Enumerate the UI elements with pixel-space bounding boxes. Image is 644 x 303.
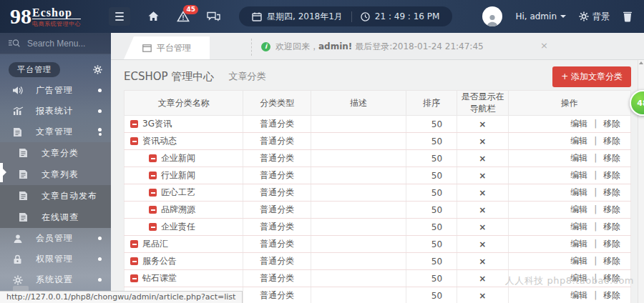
category-type: 普通分类: [243, 270, 311, 287]
remove-link[interactable]: 移除: [603, 153, 620, 163]
nav-flag-cross[interactable]: ×: [479, 291, 486, 301]
remove-link[interactable]: 移除: [603, 187, 620, 197]
collapse-icon[interactable]: [149, 206, 157, 214]
remove-link[interactable]: 移除: [603, 290, 620, 300]
remove-link[interactable]: 移除: [603, 119, 620, 129]
remove-link[interactable]: 移除: [603, 239, 620, 249]
table-row: 资讯动态 普通分类 50 × 编辑 | 移除: [125, 133, 631, 150]
col-operations: 操作: [508, 91, 630, 116]
bullet-icon: [98, 109, 102, 113]
table-row: 行业新闻 普通分类 50 × 编辑 | 移除: [125, 167, 631, 184]
add-category-button[interactable]: + 添加文章分类: [552, 66, 631, 87]
remove-link[interactable]: 移除: [603, 170, 620, 180]
category-type: 普通分类: [243, 253, 311, 270]
tab-platform-management[interactable]: 平台管理: [124, 36, 210, 59]
category-name: 资讯动态: [142, 135, 177, 147]
edit-link[interactable]: 编辑: [570, 290, 587, 300]
info-icon: i: [261, 42, 270, 51]
search-input[interactable]: [27, 39, 99, 49]
collapse-icon[interactable]: [130, 120, 138, 128]
file-icon: [13, 127, 24, 137]
edit-link[interactable]: 编辑: [570, 256, 587, 266]
remove-link[interactable]: 移除: [603, 204, 620, 214]
remove-link[interactable]: 移除: [603, 273, 620, 283]
collapse-icon[interactable]: [130, 240, 138, 248]
col-sort: 排序: [406, 91, 457, 116]
sidebar-item-3[interactable]: 文章分类: [0, 142, 111, 164]
remove-link[interactable]: 移除: [603, 136, 620, 146]
sidebar-item-7[interactable]: 会员管理: [0, 228, 111, 249]
skin-setting[interactable]: 背景: [579, 11, 610, 23]
edit-link[interactable]: 编辑: [570, 119, 587, 129]
collapse-icon[interactable]: [130, 274, 138, 282]
nav-flag-cross[interactable]: ×: [479, 171, 486, 181]
nav-flag-cross[interactable]: ×: [479, 119, 486, 129]
status-url-tooltip: http://127.0.0.1/php8/chongwu/admin/arti…: [0, 291, 243, 303]
user-menu[interactable]: Hi, admin: [515, 11, 566, 21]
remove-link[interactable]: 移除: [603, 256, 620, 266]
sidebar-item-5[interactable]: 文章自动发布: [0, 185, 111, 207]
category-name: 服务公告: [142, 255, 177, 267]
lock-icon: [13, 254, 24, 264]
nav-flag-cross[interactable]: ×: [479, 205, 486, 215]
edit-link[interactable]: 编辑: [570, 187, 587, 197]
category-description: [311, 219, 406, 236]
collapse-icon[interactable]: [130, 257, 138, 265]
edit-link[interactable]: 编辑: [570, 222, 587, 232]
sidebar-section-badge: 平台管理: [9, 62, 60, 77]
collapse-icon[interactable]: [149, 223, 157, 231]
nav-flag-cross[interactable]: ×: [479, 222, 486, 232]
file-icon: [19, 148, 30, 158]
category-name: 匠心工艺: [161, 187, 195, 199]
category-name: 行业新闻: [161, 169, 195, 182]
close-icon[interactable]: ×: [540, 41, 548, 51]
sidebar-item-6[interactable]: 在线调查: [0, 207, 111, 228]
clock-icon: [361, 12, 370, 21]
nav-flag-cross[interactable]: ×: [479, 136, 486, 146]
table-row: 尾品汇 普通分类 50 × 编辑 | 移除: [125, 236, 631, 253]
alerts-icon[interactable]: 45: [177, 11, 190, 22]
logo-number: 98: [10, 4, 31, 29]
section-gear-icon[interactable]: [93, 65, 102, 74]
sidebar-item-0[interactable]: 广告管理: [0, 80, 111, 101]
edit-link[interactable]: 编辑: [570, 153, 587, 163]
home-icon[interactable]: [147, 11, 160, 22]
edit-link[interactable]: 编辑: [570, 136, 587, 146]
sidebar-toggle-button[interactable]: [109, 7, 130, 26]
nav-flag-cross[interactable]: ×: [479, 239, 486, 249]
table-row: 服务公告 普通分类 50 × 编辑 | 移除: [125, 253, 631, 270]
topbar: 98 Ecshop 电商系统管理中心 45 星期四, 2018年1月: [0, 0, 644, 33]
sidebar-item-2[interactable]: 文章管理: [0, 121, 111, 142]
trash-icon[interactable]: [623, 11, 633, 22]
nav-flag-cross[interactable]: ×: [479, 274, 486, 284]
table-header-row: 文章分类名称 分类类型 描述 排序 是否显示在导航栏 操作: [125, 91, 631, 116]
sidebar-item-8[interactable]: 权限管理: [0, 249, 111, 269]
user-avatar[interactable]: [482, 6, 502, 26]
category-description: [311, 167, 406, 184]
last-login: 最后登录:2018-01-24 21:47:45: [355, 41, 484, 51]
datetime-widget: 星期四, 2018年1月 21 : 49 : 16 PM: [239, 6, 452, 26]
edit-link[interactable]: 编辑: [570, 239, 587, 249]
nav-flag-cross[interactable]: ×: [479, 257, 486, 267]
collapse-icon[interactable]: [149, 172, 157, 179]
sort-value: 50: [406, 236, 457, 253]
messages-icon[interactable]: [207, 11, 220, 22]
collapse-icon[interactable]: [149, 189, 157, 197]
edit-link[interactable]: 编辑: [570, 170, 587, 180]
sidebar-item-4[interactable]: 文章列表: [0, 164, 111, 185]
sort-value: 50: [406, 150, 457, 167]
gear-icon: [13, 275, 24, 285]
edit-link[interactable]: 编辑: [570, 204, 587, 214]
category-description: [311, 116, 406, 133]
remove-link[interactable]: 移除: [603, 222, 620, 232]
chevron-down-icon: [560, 15, 566, 18]
sidebar-item-1[interactable]: 报表统计: [0, 101, 111, 121]
col-description: 描述: [311, 91, 406, 116]
edit-link[interactable]: 编辑: [570, 273, 587, 283]
collapse-icon[interactable]: [130, 137, 138, 145]
collapse-icon[interactable]: [149, 154, 157, 162]
nav-flag-cross[interactable]: ×: [479, 188, 486, 198]
bullet-icon: [98, 278, 102, 282]
category-type: 普通分类: [243, 219, 311, 236]
nav-flag-cross[interactable]: ×: [479, 154, 486, 164]
